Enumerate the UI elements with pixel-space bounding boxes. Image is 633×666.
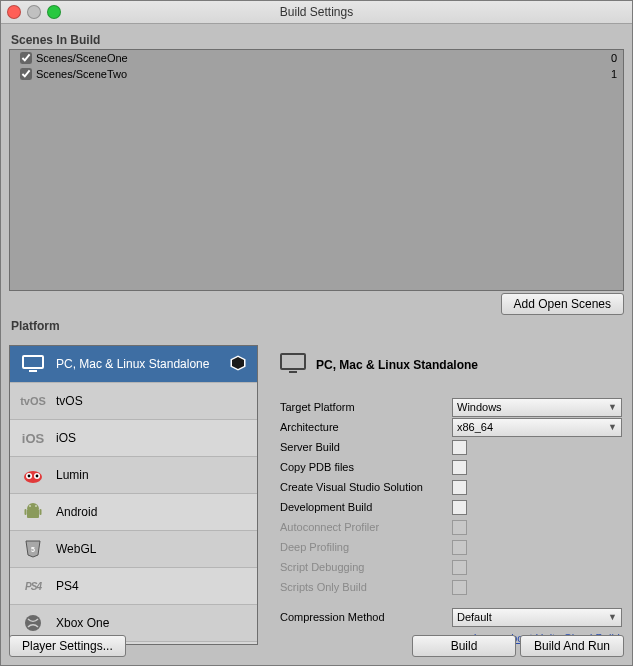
dev-build-checkbox[interactable] [452,500,467,515]
server-build-checkbox[interactable] [452,440,467,455]
tvos-icon: tvOS [20,395,46,407]
scene-path: Scenes/SceneOne [36,52,128,64]
svg-rect-0 [23,356,43,368]
platform-label-text: Lumin [56,468,89,482]
scene-row[interactable]: Scenes/SceneOne 0 [10,50,623,66]
titlebar: Build Settings [1,1,632,24]
architecture-value: x86_64 [457,421,493,433]
label-architecture: Architecture [280,421,452,433]
unity-logo-icon [229,354,247,375]
footer: Player Settings... Build Build And Run [9,635,624,657]
build-button[interactable]: Build [412,635,516,657]
copy-pdb-checkbox[interactable] [452,460,467,475]
scene-row[interactable]: Scenes/SceneTwo 1 [10,66,623,82]
label-server-build: Server Build [280,441,452,453]
label-scripts-only: Scripts Only Build [280,581,452,593]
chevron-down-icon: ▼ [608,402,617,412]
svg-point-12 [29,505,31,507]
label-copy-pdb: Copy PDB files [280,461,452,473]
label-target-platform: Target Platform [280,401,452,413]
svg-point-13 [35,505,37,507]
scenes-in-build-label: Scenes In Build [11,33,624,47]
row-compression: Compression Method Default ▼ [280,607,622,627]
minimize-window-button[interactable] [27,5,41,19]
svg-text:5: 5 [31,546,35,553]
label-script-debugging: Script Debugging [280,561,452,573]
platform-label-text: iOS [56,431,76,445]
scenes-list[interactable]: Scenes/SceneOne 0 Scenes/SceneTwo 1 [9,49,624,291]
platform-label-text: Xbox One [56,616,109,630]
build-options-form: Target Platform Windows ▼ Architecture [280,397,622,627]
platform-detail-title: PC, Mac & Linux Standalone [316,358,478,372]
close-window-button[interactable] [7,5,21,19]
xbox-icon [20,614,46,632]
player-settings-button[interactable]: Player Settings... [9,635,126,657]
compression-select[interactable]: Default ▼ [452,608,622,627]
row-script-debugging: Script Debugging [280,557,622,577]
scene-path: Scenes/SceneTwo [36,68,127,80]
row-architecture: Architecture x86_64 ▼ [280,417,622,437]
row-deep-profiling: Deep Profiling [280,537,622,557]
platform-android[interactable]: Android [10,494,257,531]
svg-rect-1 [29,370,37,372]
autoconnect-checkbox [452,520,467,535]
scripts-only-checkbox [452,580,467,595]
platform-lumin[interactable]: Lumin [10,457,257,494]
ps4-icon: PS4 [20,581,46,592]
row-create-vs: Create Visual Studio Solution [280,477,622,497]
platform-label-text: PS4 [56,579,79,593]
platform-label-text: WebGL [56,542,96,556]
svg-point-15 [25,615,41,631]
label-deep-profiling: Deep Profiling [280,541,452,553]
platform-ps4[interactable]: PS4 PS4 [10,568,257,605]
svg-point-8 [36,475,39,478]
scene-index: 1 [611,68,617,80]
architecture-select[interactable]: x86_64 ▼ [452,418,622,437]
scene-checkbox[interactable] [20,68,32,80]
row-server-build: Server Build [280,437,622,457]
label-dev-build: Development Build [280,501,452,513]
create-vs-checkbox[interactable] [452,480,467,495]
platform-label-text: Android [56,505,97,519]
webgl-icon: 5 [20,539,46,559]
script-debugging-checkbox [452,560,467,575]
platform-pc-standalone[interactable]: PC, Mac & Linux Standalone [10,346,257,383]
svg-point-7 [28,475,31,478]
row-autoconnect: Autoconnect Profiler [280,517,622,537]
platform-webgl[interactable]: 5 WebGL [10,531,257,568]
ios-icon: iOS [20,431,46,446]
chevron-down-icon: ▼ [608,612,617,622]
svg-rect-9 [27,509,39,518]
platform-label: Platform [11,319,624,333]
platform-label-text: PC, Mac & Linux Standalone [56,357,209,371]
target-platform-select[interactable]: Windows ▼ [452,398,622,417]
build-settings-window: Build Settings Scenes In Build Scenes/Sc… [0,0,633,666]
deep-profiling-checkbox [452,540,467,555]
scene-checkbox[interactable] [20,52,32,64]
platform-tvos[interactable]: tvOS tvOS [10,383,257,420]
scene-index: 0 [611,52,617,64]
zoom-window-button[interactable] [47,5,61,19]
target-platform-value: Windows [457,401,502,413]
monitor-icon [280,353,306,378]
platform-detail: PC, Mac & Linux Standalone Target Platfo… [264,345,624,645]
label-compression: Compression Method [280,611,452,623]
platform-label-text: tvOS [56,394,83,408]
traffic-lights [7,5,61,19]
add-open-scenes-button[interactable]: Add Open Scenes [501,293,624,315]
row-scripts-only: Scripts Only Build [280,577,622,597]
monitor-icon [20,355,46,373]
chevron-down-icon: ▼ [608,422,617,432]
build-and-run-button[interactable]: Build And Run [520,635,624,657]
label-autoconnect: Autoconnect Profiler [280,521,452,533]
android-icon [20,502,46,522]
row-copy-pdb: Copy PDB files [280,457,622,477]
platform-list: PC, Mac & Linux Standalone tvOS tvOS iOS… [9,345,258,645]
window-title: Build Settings [280,5,353,19]
row-target-platform: Target Platform Windows ▼ [280,397,622,417]
platform-detail-header: PC, Mac & Linux Standalone [280,349,622,381]
compression-value: Default [457,611,492,623]
svg-rect-11 [40,509,42,515]
svg-rect-16 [281,354,305,369]
platform-ios[interactable]: iOS iOS [10,420,257,457]
